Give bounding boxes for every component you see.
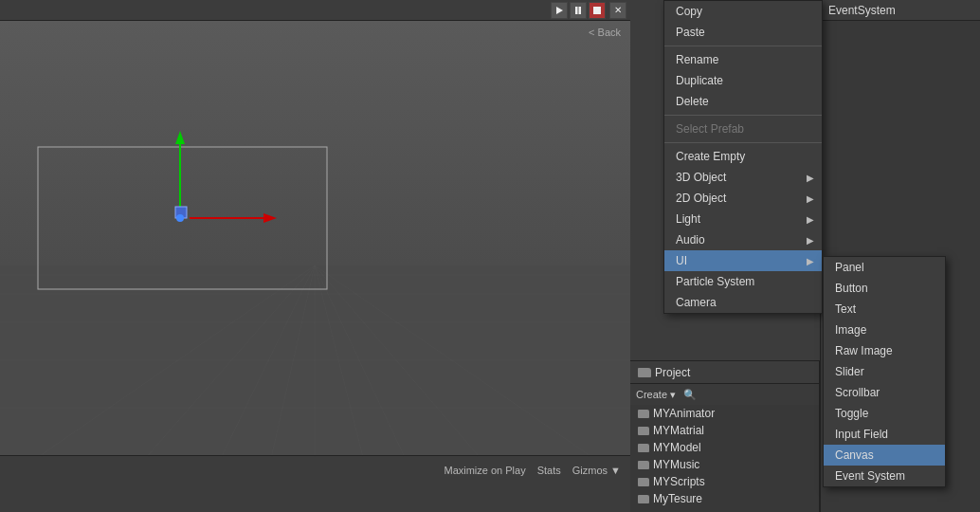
menu-camera-label: Camera — [676, 296, 717, 309]
menu-item-select-prefab: Select Prefab — [664, 119, 822, 139]
stats-button[interactable]: Stats — [537, 465, 561, 476]
submenu-arrow-ui: ▶ — [807, 256, 814, 266]
folder-icon — [638, 427, 649, 435]
menu-delete-label: Delete — [676, 95, 709, 108]
event-system-header: EventSystem — [821, 0, 980, 21]
menu-item-rename[interactable]: Rename — [664, 49, 822, 70]
submenu-text-label: Text — [835, 302, 856, 316]
submenu-arrow-audio: ▶ — [807, 235, 814, 246]
submenu-item-text[interactable]: Text — [824, 299, 945, 320]
submenu-item-raw-image[interactable]: Raw Image — [824, 340, 945, 361]
project-list: MYAnimator MYMatrial MYModel MYMusic MYS… — [630, 405, 819, 507]
item-label: MYMatrial — [653, 424, 704, 437]
svg-rect-1 — [0, 265, 630, 474]
submenu-item-image[interactable]: Image — [824, 320, 945, 340]
submenu-item-scrollbar[interactable]: Scrollbar — [824, 382, 945, 403]
menu-item-3d-object[interactable]: 3D Object ▶ — [664, 167, 822, 188]
menu-paste-label: Paste — [676, 26, 705, 39]
item-label: MYMusic — [653, 458, 699, 471]
menu-audio-label: Audio — [676, 233, 705, 247]
submenu-canvas-label: Canvas — [835, 448, 874, 462]
submenu-item-event-system[interactable]: Event System — [824, 466, 945, 486]
item-label: MyTesure — [653, 492, 702, 505]
folder-icon — [638, 495, 649, 503]
menu-separator-2 — [664, 115, 822, 116]
menu-item-audio[interactable]: Audio ▶ — [664, 229, 822, 250]
folder-icon — [638, 461, 649, 469]
menu-item-create-empty[interactable]: Create Empty — [664, 146, 822, 167]
list-item[interactable]: MYScripts — [630, 473, 819, 490]
menu-duplicate-label: Duplicate — [676, 74, 723, 87]
menu-create-empty-label: Create Empty — [676, 150, 745, 163]
context-menu: Copy Paste Rename Duplicate Delete Selec… — [663, 0, 823, 314]
list-item[interactable]: MYMatrial — [630, 422, 819, 439]
svg-marker-23 — [556, 7, 563, 14]
scene-canvas — [0, 0, 630, 484]
gizmos-button[interactable]: Gizmos ▼ — [572, 465, 621, 476]
menu-item-camera[interactable]: Camera — [664, 292, 822, 313]
menu-3d-object-label: 3D Object — [676, 171, 726, 184]
back-button[interactable]: < Back — [589, 27, 621, 38]
event-system-title: EventSystem — [828, 4, 896, 17]
submenu-item-panel[interactable]: Panel — [824, 257, 945, 278]
play-button[interactable] — [551, 2, 568, 19]
submenu-image-label: Image — [835, 323, 866, 337]
submenu-item-canvas[interactable]: Canvas — [824, 445, 945, 466]
menu-separator-3 — [664, 142, 822, 143]
submenu-item-toggle[interactable]: Toggle — [824, 403, 945, 424]
create-button[interactable]: Create ▾ — [636, 389, 676, 401]
menu-ui-label: UI — [676, 254, 687, 267]
project-label: Project — [655, 366, 690, 379]
submenu-scrollbar-label: Scrollbar — [835, 386, 880, 399]
menu-particle-system-label: Particle System — [676, 275, 754, 288]
menu-item-delete[interactable]: Delete — [664, 91, 822, 112]
menu-separator-1 — [664, 46, 822, 46]
submenu-button-label: Button — [835, 282, 868, 295]
maximize-on-play-button[interactable]: Maximize on Play — [444, 465, 525, 476]
menu-item-particle-system[interactable]: Particle System — [664, 271, 822, 292]
submenu-item-slider[interactable]: Slider — [824, 361, 945, 382]
pause-button[interactable] — [570, 2, 587, 19]
menu-item-2d-object[interactable]: 2D Object ▶ — [664, 188, 822, 209]
submenu-panel-label: Panel — [835, 261, 864, 274]
menu-rename-label: Rename — [676, 53, 718, 66]
submenu-arrow-3d: ▶ — [807, 173, 814, 183]
list-item[interactable]: MyTesure — [630, 490, 819, 507]
submenu-item-input-field[interactable]: Input Field — [824, 424, 945, 445]
menu-light-label: Light — [676, 212, 700, 226]
folder-icon — [638, 410, 649, 418]
menu-item-duplicate[interactable]: Duplicate — [664, 70, 822, 91]
menu-item-copy[interactable]: Copy — [664, 1, 822, 22]
scene-toolbar: ✕ — [0, 0, 630, 21]
submenu-slider-label: Slider — [835, 365, 864, 378]
submenu-arrow-light: ▶ — [807, 214, 814, 225]
list-item[interactable]: MYAnimator — [630, 405, 819, 422]
menu-item-paste[interactable]: Paste — [664, 22, 822, 43]
item-label: MYModel — [653, 441, 701, 454]
project-panel: Project Create ▾ 🔍 MYAnimator MYMatrial … — [630, 360, 820, 512]
folder-icon — [638, 444, 649, 452]
submenu-raw-image-label: Raw Image — [835, 344, 893, 357]
submenu-event-system-label: Event System — [835, 469, 905, 483]
stop-button[interactable] — [589, 2, 606, 19]
svg-rect-26 — [593, 7, 601, 14]
menu-item-light[interactable]: Light ▶ — [664, 209, 822, 229]
menu-select-prefab-label: Select Prefab — [676, 122, 744, 136]
submenu-ui: Panel Button Text Image Raw Image Slider… — [823, 256, 946, 487]
submenu-input-field-label: Input Field — [835, 428, 888, 441]
submenu-arrow-2d: ▶ — [807, 193, 814, 204]
project-toolbar: Create ▾ 🔍 — [630, 384, 819, 405]
menu-2d-object-label: 2D Object — [676, 192, 726, 205]
svg-rect-24 — [575, 7, 578, 14]
close-button[interactable]: ✕ — [609, 2, 626, 19]
submenu-item-button[interactable]: Button — [824, 278, 945, 299]
svg-rect-25 — [579, 7, 582, 14]
item-label: MYAnimator — [653, 407, 715, 420]
list-item[interactable]: MYModel — [630, 439, 819, 456]
menu-copy-label: Copy — [676, 5, 702, 18]
submenu-toggle-label: Toggle — [835, 407, 868, 420]
project-header: Project — [630, 361, 819, 384]
list-item[interactable]: MYMusic — [630, 456, 819, 473]
folder-icon — [638, 478, 649, 486]
menu-item-ui[interactable]: UI ▶ — [664, 250, 822, 271]
